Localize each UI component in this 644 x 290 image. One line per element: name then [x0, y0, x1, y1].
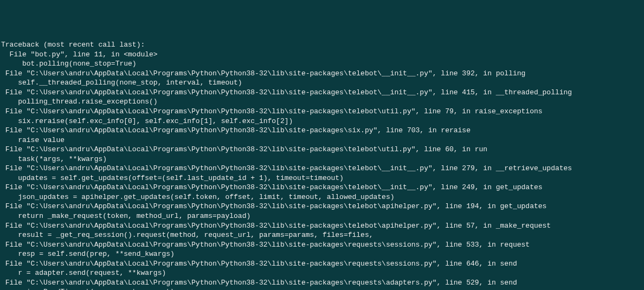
traceback-frame-code: bot.polling(none_stop=True)	[1, 59, 643, 69]
traceback-frame-location: File "C:\Users\andru\AppData\Local\Progr…	[1, 183, 643, 192]
traceback-frame-code: json_updates = apihelper.get_updates(sel…	[1, 192, 643, 202]
traceback-frame-location: File "C:\Users\andru\AppData\Local\Progr…	[1, 202, 643, 211]
traceback-frame-code: self.__threaded_polling(none_stop, inter…	[1, 78, 643, 88]
traceback-frame-code: resp = self.send(prep, **send_kwargs)	[1, 249, 643, 259]
traceback-frame-code: raise ReadTimeout(e, request=request)	[1, 287, 643, 290]
traceback-frame-code: result = _get_req_session().request(meth…	[1, 230, 643, 240]
traceback-frame-code: updates = self.get_updates(offset=(self.…	[1, 173, 643, 183]
traceback-frame-location: File "C:\Users\andru\AppData\Local\Progr…	[1, 88, 643, 98]
traceback-frame-code: polling_thread.raise_exceptions()	[1, 97, 643, 107]
traceback-frame-location: File "C:\Users\andru\AppData\Local\Progr…	[1, 126, 643, 136]
traceback-frame-location: File "C:\Users\andru\AppData\Local\Progr…	[1, 278, 643, 288]
traceback-frame-location: File "C:\Users\andru\AppData\Local\Progr…	[1, 221, 643, 231]
traceback-frame-code: r = adapter.send(request, **kwargs)	[1, 268, 643, 278]
traceback-frame-location: File "C:\Users\andru\AppData\Local\Progr…	[1, 240, 643, 250]
traceback-frame-code: raise value	[1, 136, 643, 145]
traceback-header: Traceback (most recent call last):	[1, 40, 643, 50]
traceback-frame-code: six.reraise(self.exc_info[0], self.exc_i…	[1, 117, 643, 126]
traceback-frame-code: return _make_request(token, method_url, …	[1, 211, 643, 221]
terminal-output[interactable]: Traceback (most recent call last): File …	[1, 40, 643, 290]
traceback-frame-location: File "bot.py", line 11, in <module>	[1, 50, 643, 60]
traceback-frame-location: File "C:\Users\andru\AppData\Local\Progr…	[1, 259, 643, 269]
traceback-frame-location: File "C:\Users\andru\AppData\Local\Progr…	[1, 69, 643, 79]
traceback-frame-location: File "C:\Users\andru\AppData\Local\Progr…	[1, 107, 643, 117]
traceback-frame-location: File "C:\Users\andru\AppData\Local\Progr…	[1, 164, 643, 173]
traceback-frame-location: File "C:\Users\andru\AppData\Local\Progr…	[1, 145, 643, 154]
traceback-frame-code: task(*args, **kwargs)	[1, 154, 643, 164]
